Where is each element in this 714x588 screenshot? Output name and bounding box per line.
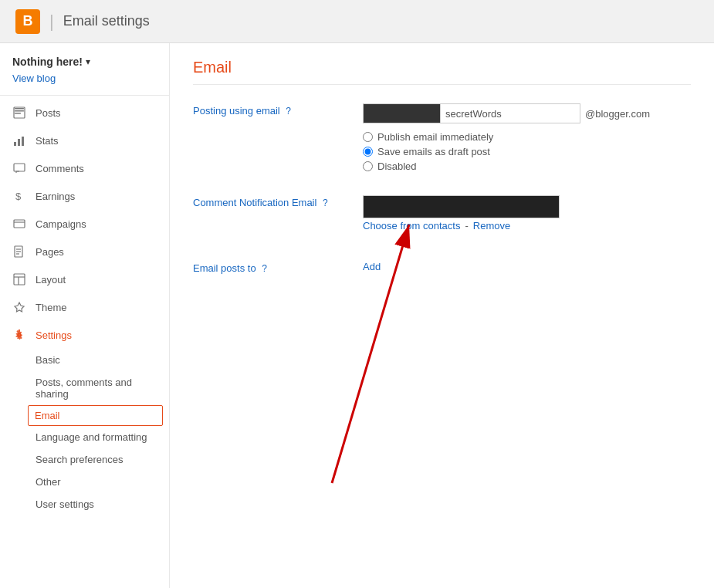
comments-icon	[12, 161, 26, 175]
svg-text:$: $	[15, 191, 22, 202]
radio-disabled[interactable]: Disabled	[363, 161, 691, 172]
blog-selector[interactable]: Nothing here! ▾	[0, 49, 169, 73]
campaigns-icon	[12, 217, 26, 231]
theme-icon	[12, 300, 26, 314]
settings-icon	[12, 328, 26, 342]
earnings-icon: $	[12, 189, 26, 203]
radio-disabled-label: Disabled	[377, 161, 417, 172]
svg-rect-7	[14, 164, 25, 171]
email-address-row: @blogger.com	[363, 103, 691, 123]
radio-disabled-input[interactable]	[363, 161, 373, 171]
comment-notification-help-icon[interactable]: ?	[323, 198, 328, 208]
topbar-divider: |	[49, 12, 54, 32]
sidebar-item-theme[interactable]: Theme	[0, 293, 169, 321]
comment-notification-label: Comment Notification Email	[193, 197, 316, 208]
posting-email-label-container: Posting using email ?	[193, 103, 347, 117]
sidebar: Nothing here! ▾ View blog Posts Stats	[0, 43, 170, 588]
stats-icon	[12, 133, 26, 147]
remove-link[interactable]: Remove	[473, 220, 510, 231]
layout-icon	[12, 272, 26, 286]
comment-notification-label-container: Comment Notification Email ?	[193, 195, 347, 208]
posting-email-section: Posting using email ? @blogger.com Publi…	[193, 103, 691, 172]
comment-notification-section: Comment Notification Email ? Choose from…	[193, 195, 691, 238]
radio-publish-immediately-label: Publish email immediately	[377, 131, 493, 143]
sidebar-label-layout: Layout	[36, 274, 66, 286]
email-posts-help-icon[interactable]: ?	[262, 263, 267, 274]
add-email-posts-link[interactable]: Add	[363, 261, 381, 272]
posts-icon	[12, 106, 26, 120]
submenu-item-user-settings[interactable]: User settings	[0, 493, 169, 515]
radio-publish-immediately-input[interactable]	[363, 132, 373, 142]
radio-group-publish: Publish email immediately Save emails as…	[363, 131, 691, 172]
radio-save-draft-input[interactable]	[363, 147, 373, 157]
radio-publish-immediately[interactable]: Publish email immediately	[363, 131, 691, 143]
posting-email-content: @blogger.com Publish email immediately S…	[363, 103, 691, 172]
dropdown-arrow-icon: ▾	[86, 56, 90, 67]
email-posts-content: Add	[363, 261, 691, 272]
svg-rect-15	[14, 274, 25, 285]
page-title: Email	[193, 59, 691, 85]
comment-notification-content: Choose from contacts - Remove	[363, 195, 691, 238]
email-display-redacted	[363, 195, 560, 218]
sidebar-divider	[0, 95, 169, 96]
comment-notification-links: Choose from contacts - Remove	[363, 220, 691, 231]
sidebar-item-posts[interactable]: Posts	[0, 99, 169, 127]
submenu-item-search[interactable]: Search preferences	[0, 448, 169, 471]
svg-rect-1	[15, 110, 24, 112]
choose-contacts-link[interactable]: Choose from contacts	[363, 220, 460, 231]
svg-rect-0	[15, 108, 24, 110]
sidebar-item-comments[interactable]: Comments	[0, 154, 169, 182]
svg-rect-6	[22, 137, 24, 146]
svg-rect-9	[14, 220, 25, 228]
svg-rect-2	[15, 113, 21, 114]
content-area: Email Posting using email ? @blogger.com	[170, 43, 714, 588]
view-blog-link[interactable]: View blog	[0, 73, 169, 92]
submenu-item-language[interactable]: Language and formatting	[0, 426, 169, 448]
topbar-title: Email settings	[63, 13, 150, 29]
sidebar-item-campaigns[interactable]: Campaigns	[0, 210, 169, 238]
email-domain-label: @blogger.com	[580, 105, 655, 123]
email-posts-label: Email posts to	[193, 262, 256, 274]
submenu-item-other[interactable]: Other	[0, 471, 169, 493]
svg-rect-4	[14, 142, 16, 146]
email-prefix-field	[363, 103, 440, 123]
posting-email-help-icon[interactable]: ?	[286, 106, 291, 117]
sidebar-label-campaigns: Campaigns	[36, 218, 86, 230]
links-separator: -	[465, 220, 468, 231]
email-posts-section: Email posts to ? Add	[193, 261, 691, 274]
sidebar-item-earnings[interactable]: $ Earnings	[0, 182, 169, 210]
submenu-item-email[interactable]: Email	[28, 405, 163, 426]
sidebar-label-theme: Theme	[36, 302, 66, 313]
sidebar-label-earnings: Earnings	[36, 191, 75, 202]
app-window: B | Email settings Nothing here! ▾ View …	[0, 0, 714, 588]
sidebar-label-stats: Stats	[36, 135, 59, 147]
main-layout: Nothing here! ▾ View blog Posts Stats	[0, 43, 714, 588]
sidebar-label-posts: Posts	[36, 107, 61, 119]
email-posts-label-container: Email posts to ?	[193, 261, 347, 274]
sidebar-item-pages[interactable]: Pages	[0, 238, 169, 265]
blogger-logo: B	[15, 9, 40, 34]
posting-email-label: Posting using email	[193, 105, 280, 117]
sidebar-item-layout[interactable]: Layout	[0, 265, 169, 293]
svg-rect-5	[18, 139, 20, 146]
submenu-item-basic[interactable]: Basic	[0, 349, 169, 371]
radio-save-draft-label: Save emails as draft post	[377, 146, 490, 157]
sidebar-label-settings: Settings	[36, 329, 72, 341]
blog-name: Nothing here!	[12, 56, 83, 68]
sidebar-label-comments: Comments	[36, 163, 84, 174]
email-secret-field[interactable]	[440, 103, 580, 123]
topbar: B | Email settings	[0, 0, 714, 43]
sidebar-item-stats[interactable]: Stats	[0, 127, 169, 154]
radio-save-draft[interactable]: Save emails as draft post	[363, 146, 691, 157]
pages-icon	[12, 245, 26, 259]
sidebar-label-pages: Pages	[36, 246, 64, 258]
sidebar-item-settings[interactable]: Settings	[0, 321, 169, 349]
submenu-item-posts-comments[interactable]: Posts, comments and sharing	[0, 371, 169, 405]
